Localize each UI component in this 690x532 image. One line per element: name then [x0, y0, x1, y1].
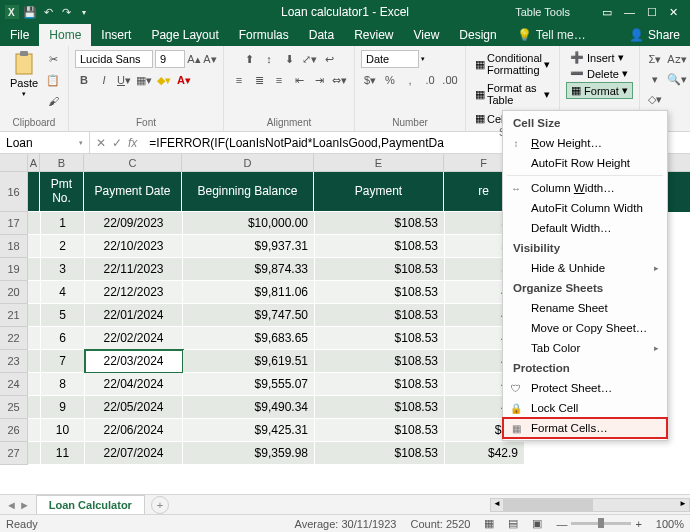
- row-header[interactable]: 19: [0, 258, 28, 281]
- table-cell[interactable]: $108.53: [315, 258, 445, 281]
- dec-decimal-icon[interactable]: .00: [441, 71, 459, 89]
- format-as-table-button[interactable]: ▦ Format as Table ▾: [472, 80, 553, 108]
- row-header[interactable]: 26: [0, 419, 28, 442]
- conditional-formatting-button[interactable]: ▦ Conditional Formatting ▾: [472, 50, 553, 78]
- table-cell[interactable]: 7: [41, 350, 85, 373]
- table-cell[interactable]: $9,683.65: [183, 327, 315, 350]
- table-cell[interactable]: $108.53: [315, 373, 445, 396]
- table-cell[interactable]: 4: [41, 281, 85, 304]
- paste-button[interactable]: Paste ▾: [6, 50, 42, 98]
- table-cell[interactable]: [28, 281, 41, 304]
- share-button[interactable]: 👤 Share: [619, 24, 690, 46]
- row-header[interactable]: 16: [0, 172, 28, 212]
- table-cell[interactable]: [28, 212, 41, 235]
- menu-rename-sheet[interactable]: Rename Sheet: [503, 298, 667, 318]
- table-cell[interactable]: $108.53: [315, 350, 445, 373]
- view-break-icon[interactable]: ▣: [532, 517, 542, 530]
- table-cell[interactable]: 22/07/2024: [85, 442, 183, 465]
- table-cell[interactable]: 9: [41, 396, 85, 419]
- zoom-control[interactable]: — +: [556, 518, 641, 530]
- table-cell[interactable]: $108.53: [315, 281, 445, 304]
- table-cell[interactable]: 3: [41, 258, 85, 281]
- table-cell[interactable]: $108.53: [315, 396, 445, 419]
- row-header[interactable]: 17: [0, 212, 28, 235]
- zoom-level[interactable]: 100%: [656, 518, 684, 530]
- percent-icon[interactable]: %: [381, 71, 399, 89]
- find-icon[interactable]: 🔍▾: [666, 70, 688, 88]
- menu-default-width[interactable]: Default Width…: [503, 218, 667, 238]
- copy-icon[interactable]: 📋: [44, 71, 62, 89]
- insert-button[interactable]: ➕ Insert ▾: [566, 50, 628, 65]
- table-cell[interactable]: $10,000.00: [183, 212, 315, 235]
- table-cell[interactable]: [28, 419, 41, 442]
- table-cell[interactable]: [28, 350, 41, 373]
- row-header[interactable]: 22: [0, 327, 28, 350]
- align-center-icon[interactable]: ≣: [250, 71, 268, 89]
- table-cell[interactable]: $9,937.31: [183, 235, 315, 258]
- table-cell[interactable]: 10: [41, 419, 85, 442]
- table-cell[interactable]: 22/12/2023: [85, 281, 183, 304]
- table-cell[interactable]: 22/09/2023: [85, 212, 183, 235]
- table-cell[interactable]: [28, 235, 41, 258]
- menu-lock-cell[interactable]: 🔒Lock Cell: [503, 398, 667, 418]
- tab-data[interactable]: Data: [299, 24, 344, 46]
- table-cell[interactable]: [28, 258, 41, 281]
- col-header[interactable]: A: [28, 154, 40, 171]
- table-cell[interactable]: $9,490.34: [183, 396, 315, 419]
- format-button[interactable]: ▦ Format ▾: [566, 82, 633, 99]
- table-cell[interactable]: 8: [41, 373, 85, 396]
- table-cell[interactable]: [28, 304, 41, 327]
- comma-icon[interactable]: ,: [401, 71, 419, 89]
- table-cell[interactable]: $9,359.98: [183, 442, 315, 465]
- table-cell[interactable]: $108.53: [315, 235, 445, 258]
- table-cell[interactable]: 22/04/2024: [85, 373, 183, 396]
- tab-tellme[interactable]: 💡 Tell me…: [507, 24, 619, 46]
- tab-file[interactable]: File: [0, 24, 39, 46]
- border-icon[interactable]: ▦▾: [135, 71, 153, 89]
- maximize-icon[interactable]: ☐: [647, 6, 657, 19]
- menu-row-height[interactable]: ↕Row Height…: [503, 133, 667, 153]
- table-cell[interactable]: $108.53: [315, 327, 445, 350]
- cancel-formula-icon[interactable]: ✕: [96, 136, 106, 150]
- sort-filter-icon[interactable]: Aᴢ▾: [666, 50, 688, 68]
- table-cell[interactable]: [28, 396, 41, 419]
- menu-hide-unhide[interactable]: Hide & Unhide: [503, 258, 667, 278]
- table-cell[interactable]: 2: [41, 235, 85, 258]
- menu-autofit-col[interactable]: AutoFit Column Width: [503, 198, 667, 218]
- align-right-icon[interactable]: ≡: [270, 71, 288, 89]
- currency-icon[interactable]: $▾: [361, 71, 379, 89]
- add-sheet-button[interactable]: +: [151, 496, 169, 514]
- close-icon[interactable]: ✕: [669, 6, 678, 19]
- view-normal-icon[interactable]: ▦: [484, 517, 494, 530]
- tab-insert[interactable]: Insert: [91, 24, 141, 46]
- format-painter-icon[interactable]: 🖌: [44, 92, 62, 110]
- align-middle-icon[interactable]: ↕: [260, 50, 278, 68]
- table-cell[interactable]: 22/11/2023: [85, 258, 183, 281]
- table-cell[interactable]: $9,874.33: [183, 258, 315, 281]
- tab-formulas[interactable]: Formulas: [229, 24, 299, 46]
- menu-move-copy[interactable]: Move or Copy Sheet…: [503, 318, 667, 338]
- shrink-font-icon[interactable]: A▾: [203, 50, 217, 68]
- table-cell[interactable]: $108.53: [315, 304, 445, 327]
- orientation-icon[interactable]: ⤢▾: [300, 50, 318, 68]
- tab-page-layout[interactable]: Page Layout: [141, 24, 228, 46]
- col-header[interactable]: C: [84, 154, 182, 171]
- accept-formula-icon[interactable]: ✓: [112, 136, 122, 150]
- fill-icon[interactable]: ▾: [646, 70, 664, 88]
- underline-icon[interactable]: U▾: [115, 71, 133, 89]
- cut-icon[interactable]: ✂: [44, 50, 62, 68]
- fx-icon[interactable]: fx: [128, 136, 137, 150]
- menu-autofit-row[interactable]: AutoFit Row Height: [503, 153, 667, 173]
- delete-button[interactable]: ➖ Delete ▾: [566, 66, 632, 81]
- menu-col-width[interactable]: ↔Column Width…: [503, 178, 667, 198]
- table-cell[interactable]: [28, 327, 41, 350]
- clear-icon[interactable]: ◇▾: [646, 90, 664, 108]
- table-cell[interactable]: [28, 442, 41, 465]
- number-format-select[interactable]: Date: [361, 50, 419, 68]
- row-header[interactable]: 25: [0, 396, 28, 419]
- indent-inc-icon[interactable]: ⇥: [310, 71, 328, 89]
- col-header[interactable]: B: [40, 154, 84, 171]
- align-bottom-icon[interactable]: ⬇: [280, 50, 298, 68]
- autosum-icon[interactable]: Σ▾: [646, 50, 664, 68]
- fill-color-icon[interactable]: ◆▾: [155, 71, 173, 89]
